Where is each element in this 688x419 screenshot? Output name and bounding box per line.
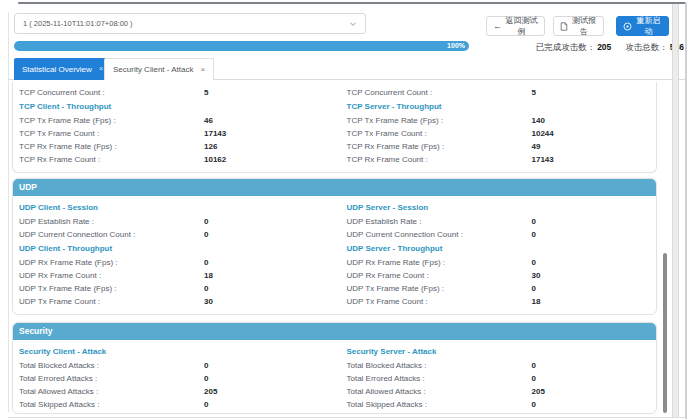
stat-label: Total Blocked Attacks : <box>347 361 532 370</box>
stat-row: Total Blocked Attacks :0 <box>347 359 649 372</box>
stat-value: 0 <box>204 217 208 226</box>
stat-label: UDP Establish Rate : <box>347 217 532 226</box>
stat-value: 5 <box>204 88 208 97</box>
stat-value: 205 <box>532 387 545 396</box>
stats-column-left: UDP Client - SessionUDP Establish Rate :… <box>13 200 335 308</box>
stat-value: 0 <box>532 258 536 267</box>
progress-bar: 100% <box>14 41 469 51</box>
stat-value: 0 <box>532 374 536 383</box>
stat-row: UDP Tx Frame Rate (Fps) :0 <box>19 282 327 295</box>
content-scrollbar-thumb[interactable] <box>663 253 667 413</box>
stat-group-subheader: Security Server - Attack <box>347 344 649 359</box>
test-report-button[interactable]: 测试报告 <box>553 16 604 36</box>
stat-label: TCP Rx Frame Rate (Fps) : <box>19 142 204 151</box>
stat-group-subheader: TCP Server - Throughput <box>347 99 649 114</box>
completed-attacks-value: 205 <box>597 42 611 52</box>
stat-group-subheader: TCP Client - Throughput <box>19 99 327 114</box>
stat-label: TCP Tx Frame Rate (Fps) : <box>347 116 532 125</box>
stat-row: Total Allowed Attacks :205 <box>19 385 327 398</box>
stat-label: UDP Rx Frame Rate (Fps) : <box>347 258 532 267</box>
stat-value: 10162 <box>204 155 226 164</box>
stat-value: 0 <box>204 400 208 409</box>
stat-value: 5 <box>532 88 536 97</box>
stat-value: 0 <box>204 258 208 267</box>
stat-value: 30 <box>204 297 213 306</box>
stat-label: TCP Tx Frame Rate (Fps) : <box>19 116 204 125</box>
restart-button-label: 重新启动 <box>635 15 662 37</box>
back-button-label: 返回测试例 <box>505 15 538 37</box>
tab-close-icon[interactable]: × <box>200 66 205 74</box>
tab-statistical-overview[interactable]: Statistical Overview × <box>14 58 111 80</box>
stat-label: UDP Establish Rate : <box>19 217 204 226</box>
stat-label: Total Allowed Attacks : <box>347 387 532 396</box>
stat-value: 0 <box>532 230 536 239</box>
stat-row: Total Skipped Attacks :0 <box>19 398 327 411</box>
stat-value: 17143 <box>204 129 226 138</box>
section-card-security: SecuritySecurity Client - AttackTotal Bl… <box>12 322 657 414</box>
stat-row: TCP Rx Frame Count :17143 <box>347 153 649 166</box>
section-body: UDP Client - SessionUDP Establish Rate :… <box>13 196 656 314</box>
section-body: Security Client - AttackTotal Blocked At… <box>13 340 656 413</box>
stat-label: UDP Rx Frame Count : <box>19 271 204 280</box>
tab-security-client-attack[interactable]: Security Client - Attack × <box>104 58 214 80</box>
section-title: UDP <box>13 179 656 196</box>
stats-column-right: TCP Concurrent Count :5TCP Server - Thro… <box>335 86 657 166</box>
document-icon <box>560 22 568 31</box>
total-attacks-label: 攻击总数： <box>625 42 668 52</box>
section-title: Security <box>13 323 656 340</box>
stat-label: UDP Rx Frame Count : <box>347 271 532 280</box>
page-scrollbar[interactable] <box>672 4 679 417</box>
back-to-testcase-button[interactable]: ← 返回测试例 <box>486 16 545 36</box>
stat-row: UDP Current Connection Count :0 <box>347 228 649 241</box>
stat-label: TCP Tx Frame Count : <box>347 129 532 138</box>
stat-row: TCP Concurrent Count :5 <box>347 86 649 99</box>
stat-row: UDP Tx Frame Count :18 <box>347 295 649 308</box>
stat-label: Total Skipped Attacks : <box>347 400 532 409</box>
stat-row: TCP Tx Frame Rate (Fps) :46 <box>19 114 327 127</box>
window-bottom-edge <box>8 417 686 418</box>
tab-label: Security Client - Attack <box>113 65 193 74</box>
stat-label: Total Allowed Attacks : <box>19 387 204 396</box>
stat-row: TCP Tx Frame Rate (Fps) :140 <box>347 114 649 127</box>
stat-label: UDP Tx Frame Rate (Fps) : <box>347 284 532 293</box>
stats-column-right: Security Server - AttackTotal Blocked At… <box>335 344 657 411</box>
stat-value: 49 <box>532 142 541 151</box>
stat-value: 140 <box>532 116 545 125</box>
app-window: 1 ( 2025-11-10T11:01:07+08:00 ) ← 返回测试例 … <box>0 0 688 419</box>
stat-value: 0 <box>204 374 208 383</box>
iteration-select[interactable]: 1 ( 2025-11-10T11:01:07+08:00 ) <box>14 13 366 34</box>
stat-label: UDP Current Connection Count : <box>19 230 204 239</box>
stat-label: TCP Rx Frame Count : <box>347 155 532 164</box>
tab-close-icon[interactable]: × <box>99 65 104 73</box>
stat-row: UDP Tx Frame Rate (Fps) :0 <box>347 282 649 295</box>
stat-row: Total Allowed Attacks :205 <box>347 385 649 398</box>
stat-value: 205 <box>204 387 217 396</box>
stat-label: UDP Rx Frame Rate (Fps) : <box>19 258 204 267</box>
completed-attacks-label: 已完成攻击数： <box>536 42 596 52</box>
restart-icon <box>623 22 632 31</box>
stat-value: 18 <box>532 297 541 306</box>
stat-row: TCP Tx Frame Count :17143 <box>19 127 327 140</box>
stat-value: 0 <box>532 284 536 293</box>
stat-row: UDP Rx Frame Count :30 <box>347 269 649 282</box>
stats-column-right: UDP Server - SessionUDP Establish Rate :… <box>335 200 657 308</box>
stat-row: Total Errored Attacks :0 <box>19 372 327 385</box>
stats-column-left: Security Client - AttackTotal Blocked At… <box>13 344 335 411</box>
stat-label: TCP Rx Frame Count : <box>19 155 204 164</box>
stat-label: TCP Concurrent Count : <box>19 88 204 97</box>
stat-row: TCP Concurrent Count :5 <box>19 86 327 99</box>
stat-group-subheader: UDP Server - Throughput <box>347 241 649 256</box>
stat-value: 126 <box>204 142 217 151</box>
stat-label: TCP Rx Frame Rate (Fps) : <box>347 142 532 151</box>
stat-value: 0 <box>204 361 208 370</box>
stat-group-subheader: UDP Client - Throughput <box>19 241 327 256</box>
stat-row: TCP Rx Frame Rate (Fps) :49 <box>347 140 649 153</box>
stat-row: UDP Establish Rate :0 <box>19 215 327 228</box>
restart-button[interactable]: 重新启动 <box>616 16 669 36</box>
stat-row: Total Errored Attacks :0 <box>347 372 649 385</box>
iteration-select-value: 1 ( 2025-11-10T11:01:07+08:00 ) <box>23 19 349 28</box>
stat-row: TCP Tx Frame Count :10244 <box>347 127 649 140</box>
stat-label: Total Errored Attacks : <box>347 374 532 383</box>
stat-group-subheader: UDP Client - Session <box>19 200 327 215</box>
stat-value: 30 <box>532 271 541 280</box>
